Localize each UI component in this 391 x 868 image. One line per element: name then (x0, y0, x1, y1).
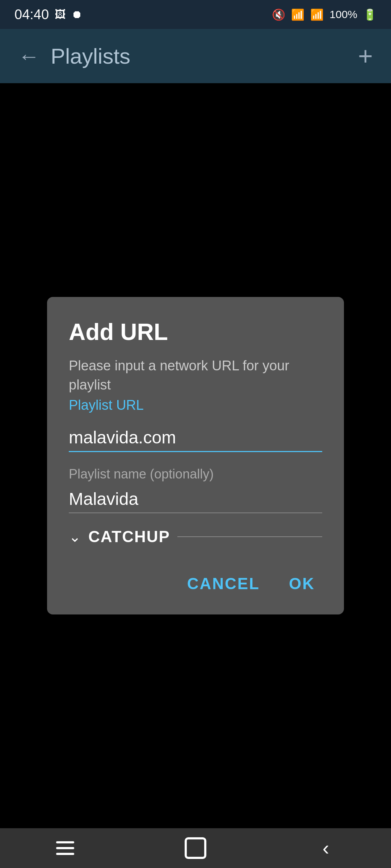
status-time: 04:40 (14, 7, 49, 22)
status-bar-left: 04:40 🖼 ⏺ (14, 7, 82, 22)
mute-icon: 🔇 (272, 8, 285, 21)
signal-icon: 📶 (310, 8, 324, 21)
dropdown-label: CATCHUP (88, 528, 170, 546)
dialog-title: Add URL (69, 319, 322, 345)
catchup-dropdown[interactable]: ⌄ CATCHUP (69, 528, 322, 549)
photo-icon: 🖼 (55, 8, 66, 21)
home-nav-button[interactable] (174, 835, 217, 861)
battery-icon: 100% (329, 8, 357, 21)
url-input-container (69, 424, 322, 452)
ok-button[interactable]: OK (282, 571, 322, 596)
cancel-button[interactable]: CANCEL (180, 571, 267, 596)
back-nav-icon: ‹ (323, 837, 329, 860)
url-input[interactable] (69, 424, 322, 452)
battery-full-icon: 🔋 (363, 8, 377, 21)
main-content: Add URL Please input a network URL for y… (0, 83, 391, 828)
dialog-buttons: CANCEL OK (69, 571, 322, 596)
dialog-description: Please input a network URL for your play… (69, 356, 322, 395)
add-url-dialog: Add URL Please input a network URL for y… (47, 297, 344, 614)
menu-icon (56, 841, 74, 855)
dropdown-arrow-icon: ⌄ (69, 528, 81, 545)
nav-bar: ‹ (0, 828, 391, 868)
home-icon (185, 837, 206, 859)
name-input-container: Playlist name (optionally) (69, 467, 322, 513)
back-button[interactable]: ← (18, 44, 40, 69)
name-input-label: Playlist name (optionally) (69, 467, 322, 482)
playlist-url-link[interactable]: Playlist URL (69, 397, 322, 413)
dropdown-line (177, 536, 322, 537)
app-bar-title: Playlists (51, 44, 130, 69)
record-icon: ⏺ (71, 8, 82, 21)
app-bar-left: ← Playlists (18, 44, 130, 69)
menu-nav-button[interactable] (43, 835, 87, 861)
name-input[interactable] (69, 485, 322, 513)
wifi-icon: 📶 (291, 8, 304, 21)
app-bar: ← Playlists + (0, 29, 391, 83)
back-nav-button[interactable]: ‹ (304, 835, 348, 861)
add-button[interactable]: + (358, 42, 373, 71)
status-bar: 04:40 🖼 ⏺ 🔇 📶 📶 100% 🔋 (0, 0, 391, 29)
status-bar-right: 🔇 📶 📶 100% 🔋 (272, 8, 377, 21)
